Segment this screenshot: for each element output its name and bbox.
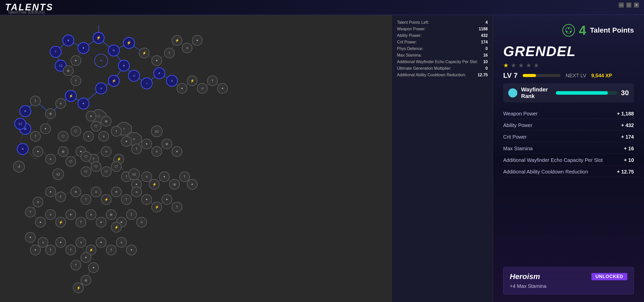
next-lv-text: NEXT LV — [566, 73, 586, 79]
svg-text:†: † — [125, 197, 127, 202]
stat-row-ability-power: Ability Power: 432 — [397, 33, 488, 38]
svg-text:†: † — [176, 205, 178, 209]
svg-text:✦: ✦ — [135, 182, 138, 186]
svg-text:†: † — [75, 79, 77, 83]
svg-text:≡: ≡ — [100, 86, 102, 90]
svg-text:✦: ✦ — [74, 190, 77, 194]
svg-text:†: † — [50, 248, 52, 252]
stat-label-crit-power: Crit Power: — [397, 40, 417, 44]
svg-text:✦: ✦ — [29, 235, 32, 239]
svg-text:†: † — [55, 50, 57, 54]
char-name: GRENDEL — [503, 43, 634, 59]
svg-text:⚡: ⚡ — [76, 286, 81, 290]
svg-text:†: † — [136, 147, 138, 151]
stat-label-cooldown: Additional Ability Cooldown Reduction: — [397, 73, 466, 77]
svg-text:≡: ≡ — [133, 137, 135, 141]
svg-text:†: † — [75, 263, 77, 267]
heroism-badge: UNLOCKED — [591, 273, 627, 280]
svg-text:🛡: 🛡 — [104, 170, 108, 174]
svg-text:⚡: ⚡ — [155, 205, 159, 209]
svg-text:🛡: 🛡 — [84, 155, 88, 159]
talent-tree-panel[interactable]: ⚡ ≡ ⚡ ✦ ✦ † ✦ X2 ≡ ☆ — [0, 15, 392, 302]
talent-points-label: Talent Points — [590, 26, 634, 34]
svg-point-367 — [570, 31, 571, 32]
star-4: ★ — [526, 62, 531, 69]
char-stars: ★ ★ ★ ★ ★ — [503, 62, 634, 69]
char-stat-row-ability-power: Ability Power + 432 — [503, 120, 634, 131]
svg-text:✦: ✦ — [122, 64, 125, 68]
minimize-button[interactable]: — — [619, 3, 624, 8]
svg-text:✦: ✦ — [221, 86, 224, 90]
main-layout: ⚡ ≡ ⚡ ✦ ✦ † ✦ X2 ≡ ☆ — [0, 15, 644, 302]
svg-text:✦: ✦ — [191, 182, 194, 186]
char-level: LV 7 — [503, 71, 518, 80]
svg-text:🛡: 🛡 — [94, 124, 98, 128]
stat-row-talent-points: Talent Points Left: 4 — [397, 20, 488, 25]
stat-label-phys-defence: Phys Defence: — [397, 46, 423, 51]
stat-row-ult-gen: Ultimate Generation Multiplier: 0 — [397, 66, 488, 71]
svg-text:⊕: ⊕ — [165, 142, 168, 146]
svg-text:✦: ✦ — [155, 59, 158, 63]
svg-text:🛡: 🛡 — [94, 165, 98, 169]
svg-point-369 — [512, 92, 514, 94]
stat-row-cooldown: Additional Ability Cooldown Reduction: 1… — [397, 73, 488, 77]
char-stat-row-max-stamina: Max Stamina + 16 — [503, 144, 634, 154]
svg-text:†: † — [80, 220, 82, 224]
svg-text:✦: ✦ — [44, 127, 47, 131]
window-controls: — □ ✕ — [619, 3, 639, 8]
svg-text:🛡: 🛡 — [115, 165, 118, 169]
svg-text:✦: ✦ — [130, 248, 133, 252]
svg-text:⬡: ⬡ — [97, 114, 100, 118]
svg-text:🛡: 🛡 — [84, 170, 88, 174]
svg-text:⚡: ⚡ — [96, 35, 101, 40]
char-level-row: LV 7 NEXT LV 9,544 XP — [503, 71, 634, 80]
svg-text:≡: ≡ — [201, 86, 203, 90]
svg-text:✦: ✦ — [120, 220, 123, 224]
heroism-section: Heroism UNLOCKED +4 Max Stamina — [503, 267, 634, 294]
stat-row-crit-power: Crit Power: 174 — [397, 40, 488, 44]
char-stat-label-echo-capacity: Additional Wayfinder Echo Capacity Per S… — [503, 157, 603, 163]
svg-text:✦: ✦ — [34, 248, 37, 252]
svg-point-365 — [568, 28, 569, 29]
svg-text:✦: ✦ — [79, 149, 82, 154]
svg-text:✦: ✦ — [100, 240, 103, 244]
svg-text:✦: ✦ — [67, 38, 70, 42]
svg-text:⚡: ⚡ — [126, 40, 131, 45]
svg-text:†: † — [115, 129, 117, 133]
svg-text:≡: ≡ — [113, 48, 115, 53]
svg-text:⊕: ⊕ — [67, 69, 70, 73]
svg-text:⊕: ⊕ — [110, 213, 113, 217]
svg-text:X2: X2 — [59, 64, 63, 68]
char-stat-label-cooldown: Additional Ability Cooldown Reduction — [503, 169, 588, 175]
char-stat-row-crit-power: Crit Power + 174 — [503, 132, 634, 142]
maximize-button[interactable]: □ — [626, 3, 631, 8]
svg-text:⊕: ⊕ — [105, 119, 108, 123]
svg-text:†: † — [34, 99, 36, 103]
stat-value-weapon-power: 1188 — [479, 27, 488, 31]
svg-text:✦: ✦ — [163, 175, 166, 179]
xp-bar-container — [523, 74, 561, 77]
svg-text:†: † — [211, 79, 213, 83]
stat-label-echo-capacity: Additional Wayfinder Echo Capacity Per S… — [397, 60, 478, 64]
stat-value-ability-power: 432 — [481, 33, 488, 38]
svg-text:≡: ≡ — [37, 200, 39, 204]
svg-text:≡: ≡ — [80, 240, 82, 244]
svg-rect-0 — [0, 15, 392, 302]
close-button[interactable]: ✕ — [634, 3, 639, 8]
svg-text:✦: ✦ — [69, 213, 72, 217]
svg-text:X2: X2 — [56, 173, 60, 176]
svg-text:≡: ≡ — [133, 74, 135, 78]
stat-row-weapon-power: Weapon Power: 1188 — [397, 27, 488, 31]
svg-text:⚡: ⚡ — [117, 157, 121, 161]
stat-value-max-stamina: 16 — [483, 53, 488, 58]
svg-text:†: † — [123, 127, 125, 131]
char-stat-row-echo-capacity: Additional Wayfinder Echo Capacity Per S… — [503, 155, 634, 165]
svg-text:†: † — [70, 248, 72, 252]
char-stat-value-ability-power: + 432 — [621, 122, 634, 128]
svg-text:†: † — [110, 248, 112, 252]
stat-value-ult-gen: 0 — [485, 66, 488, 71]
svg-text:≡: ≡ — [103, 134, 105, 138]
svg-text:≡: ≡ — [186, 46, 188, 50]
svg-text:⊕: ⊕ — [49, 112, 52, 116]
svg-text:≡: ≡ — [141, 220, 143, 224]
